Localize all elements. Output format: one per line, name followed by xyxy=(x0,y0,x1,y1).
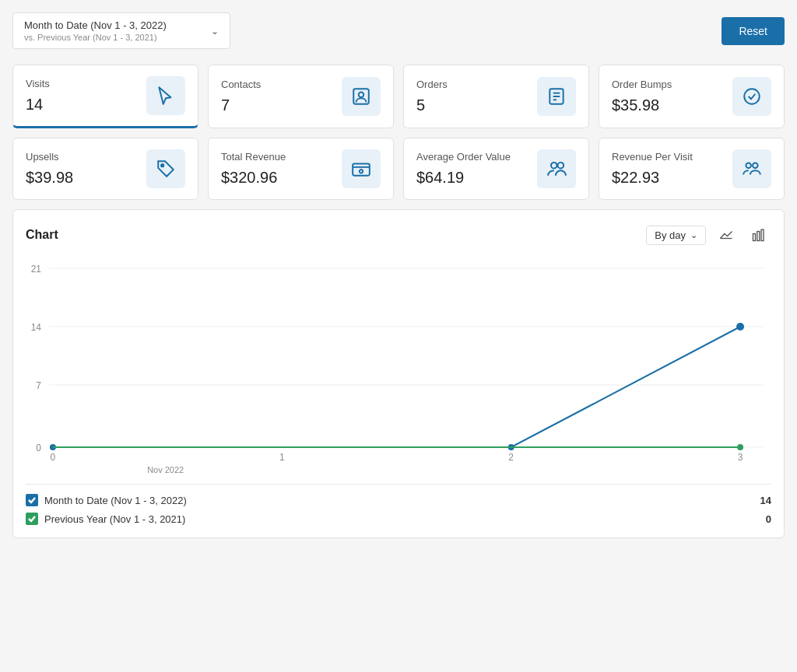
bar-chart-icon xyxy=(752,228,766,242)
metric-card-left-revenue-per-visit: Revenue Per Visit $22.93 xyxy=(612,151,693,187)
chart-area: 21 14 7 0 0 1 2 3 Nov 2022 xyxy=(26,257,771,474)
metric-icon-box-visits xyxy=(146,76,185,115)
reset-button[interactable]: Reset xyxy=(722,17,785,45)
svg-point-6 xyxy=(744,89,760,104)
by-day-caret: ⌄ xyxy=(690,230,697,240)
svg-rect-16 xyxy=(757,232,760,241)
metric-value-visits: 14 xyxy=(26,96,50,114)
metric-value-upsells: $39.98 xyxy=(26,169,73,187)
metric-value-order-bumps: $35.98 xyxy=(612,96,672,114)
legend-left-1: Month to Date (Nov 1 - 3, 2022) xyxy=(26,494,187,506)
metric-value-orders: 5 xyxy=(416,96,448,114)
metric-label-avg-order-value: Average Order Value xyxy=(416,151,511,163)
svg-rect-15 xyxy=(753,234,756,241)
chevron-down-icon: ⌄ xyxy=(211,26,219,37)
metric-card-order-bumps[interactable]: Order Bumps $35.98 xyxy=(599,65,785,128)
bar-chart-toggle-button[interactable] xyxy=(746,222,771,247)
metric-card-avg-order-value[interactable]: Average Order Value $64.19 xyxy=(403,138,589,200)
svg-text:0: 0 xyxy=(51,452,56,463)
metric-card-orders[interactable]: Orders 5 xyxy=(403,65,589,128)
metric-label-revenue-per-visit: Revenue Per Visit xyxy=(612,151,693,163)
svg-point-34 xyxy=(737,444,743,450)
date-selector-text: Month to Date (Nov 1 - 3, 2022) vs. Prev… xyxy=(24,19,203,42)
svg-point-1 xyxy=(359,93,364,98)
legend-row-2: Previous Year (Nov 1 - 3, 2021) 0 xyxy=(26,513,771,525)
svg-text:2: 2 xyxy=(508,452,514,463)
legend-label-1: Month to Date (Nov 1 - 3, 2022) xyxy=(44,495,187,506)
svg-point-11 xyxy=(558,163,564,169)
metric-label-order-bumps: Order Bumps xyxy=(612,79,672,90)
by-day-selector[interactable]: By day ⌄ xyxy=(646,226,706,245)
metric-card-left-avg-order-value: Average Order Value $64.19 xyxy=(416,151,511,187)
metric-card-upsells[interactable]: Upsells $39.98 xyxy=(12,138,198,200)
svg-point-10 xyxy=(551,163,557,169)
metric-card-total-revenue[interactable]: Total Revenue $320.96 xyxy=(208,138,394,200)
svg-point-33 xyxy=(736,323,744,331)
metric-card-left-orders: Orders 5 xyxy=(416,79,448,114)
metric-card-left-contacts: Contacts 7 xyxy=(221,79,261,114)
metric-value-revenue-per-visit: $22.93 xyxy=(612,169,693,187)
main-date: Month to Date (Nov 1 - 3, 2022) xyxy=(24,19,203,31)
legend-left-2: Previous Year (Nov 1 - 3, 2021) xyxy=(26,513,185,525)
svg-text:Nov 2022: Nov 2022 xyxy=(147,465,184,474)
chart-header: Chart By day ⌄ xyxy=(26,222,771,247)
metrics-row1: Visits 14 Contacts 7 Orders 5 xyxy=(12,65,785,128)
svg-point-12 xyxy=(746,163,751,168)
metric-card-left-upsells: Upsells $39.98 xyxy=(26,151,73,187)
metric-label-orders: Orders xyxy=(416,79,448,90)
metric-label-contacts: Contacts xyxy=(221,79,261,90)
svg-text:1: 1 xyxy=(279,452,285,463)
svg-text:0: 0 xyxy=(36,443,41,453)
chart-svg: 21 14 7 0 0 1 2 3 Nov 2022 xyxy=(26,257,771,474)
chart-section: Chart By day ⌄ xyxy=(12,209,785,538)
metric-card-visits[interactable]: Visits 14 xyxy=(12,65,198,128)
metric-label-visits: Visits xyxy=(26,78,50,89)
metric-card-left-visits: Visits 14 xyxy=(26,78,50,114)
chart-title: Chart xyxy=(26,228,58,242)
chart-legend: Month to Date (Nov 1 - 3, 2022) 14 Previ… xyxy=(26,484,771,525)
metric-label-upsells: Upsells xyxy=(26,151,73,163)
metric-card-left-total-revenue: Total Revenue $320.96 xyxy=(221,151,286,187)
header-row: Month to Date (Nov 1 - 3, 2022) vs. Prev… xyxy=(12,12,785,49)
legend-checkbox-blue[interactable] xyxy=(26,494,38,506)
metric-icon-box-order-bumps xyxy=(732,77,771,116)
metric-card-left-order-bumps: Order Bumps $35.98 xyxy=(612,79,672,114)
date-selector[interactable]: Month to Date (Nov 1 - 3, 2022) vs. Prev… xyxy=(12,12,230,49)
legend-label-2: Previous Year (Nov 1 - 3, 2021) xyxy=(44,513,185,525)
metric-icon-box-revenue-per-visit xyxy=(732,149,771,188)
sub-date: vs. Previous Year (Nov 1 - 3, 2021) xyxy=(24,33,203,42)
legend-value-1: 14 xyxy=(760,495,771,506)
metric-card-revenue-per-visit[interactable]: Revenue Per Visit $22.93 xyxy=(599,138,785,200)
metrics-row2: Upsells $39.98 Total Revenue $320.96 Ave… xyxy=(12,138,785,200)
metric-value-avg-order-value: $64.19 xyxy=(416,169,511,187)
metric-icon-box-orders xyxy=(537,77,576,116)
metric-value-total-revenue: $320.96 xyxy=(221,169,286,187)
svg-text:3: 3 xyxy=(738,452,743,463)
svg-text:21: 21 xyxy=(31,264,42,275)
svg-point-7 xyxy=(161,164,163,166)
svg-point-9 xyxy=(360,170,363,173)
checkmark-icon-2 xyxy=(28,515,36,523)
by-day-label: By day xyxy=(655,229,686,241)
svg-point-13 xyxy=(753,163,758,168)
metric-value-contacts: 7 xyxy=(221,96,261,114)
metric-card-contacts[interactable]: Contacts 7 xyxy=(208,65,394,128)
metric-icon-box-contacts xyxy=(342,77,381,116)
page-container: Month to Date (Nov 1 - 3, 2022) vs. Prev… xyxy=(0,0,797,551)
checkmark-icon xyxy=(28,496,36,504)
metric-icon-box-total-revenue xyxy=(342,149,381,188)
line-chart-toggle-button[interactable] xyxy=(714,222,739,247)
legend-row-1: Month to Date (Nov 1 - 3, 2022) 14 xyxy=(26,494,771,506)
legend-checkbox-green[interactable] xyxy=(26,513,38,525)
line-chart-icon xyxy=(719,228,733,242)
metric-icon-box-upsells xyxy=(146,149,185,188)
svg-rect-17 xyxy=(761,229,764,240)
legend-value-2: 0 xyxy=(766,513,771,525)
metric-icon-box-avg-order-value xyxy=(537,149,576,188)
chart-controls: By day ⌄ xyxy=(646,222,771,247)
svg-text:7: 7 xyxy=(36,380,41,391)
metric-label-total-revenue: Total Revenue xyxy=(221,151,286,163)
svg-text:14: 14 xyxy=(31,322,42,333)
